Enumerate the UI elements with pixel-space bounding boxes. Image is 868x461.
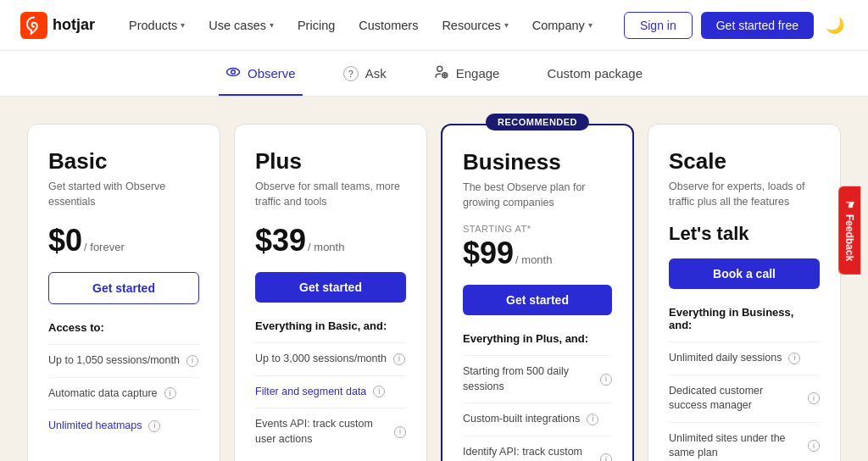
business-feature-1: Starting from 500 daily sessions i — [463, 355, 612, 403]
basic-plan-name: Basic — [48, 148, 199, 175]
feedback-tab[interactable]: ⚑ Feedback — [838, 186, 860, 275]
scale-cta-button[interactable]: Book a call — [669, 258, 820, 289]
plus-plan-name: Plus — [255, 148, 406, 175]
business-cta-button[interactable]: Get started — [463, 285, 612, 315]
business-price-row: $99 / month — [463, 236, 612, 271]
basic-price-amount: $0 — [48, 223, 82, 258]
nav-items: Products ▾ Use cases ▾ Pricing Customers… — [119, 12, 624, 39]
info-icon[interactable]: i — [186, 355, 198, 367]
plus-cta-button[interactable]: Get started — [255, 272, 406, 303]
plus-feature-3: Events API: track custom user actions i — [255, 408, 406, 455]
basic-price-row: $0 / forever — [48, 223, 199, 258]
info-icon[interactable]: i — [394, 426, 406, 438]
observe-icon — [225, 64, 241, 82]
resources-chevron-icon: ▾ — [504, 20, 509, 30]
hotjar-logo-icon — [20, 12, 47, 39]
signin-button[interactable]: Sign in — [624, 12, 693, 39]
plus-features-header: Everything in Basic, and: — [255, 319, 406, 332]
basic-cta-button[interactable]: Get started — [48, 272, 199, 304]
plus-feature-1: Up to 3,000 sessions/month i — [255, 342, 406, 375]
basic-plan-desc: Get started with Observe essentials — [48, 180, 199, 209]
business-price-amount: $99 — [463, 236, 514, 271]
basic-feature-3: Unlimited heatmaps i — [48, 409, 199, 442]
basic-feature-1: Up to 1,050 sessions/month i — [48, 344, 199, 377]
tab-custom[interactable]: Custom package — [540, 51, 649, 96]
plus-price-amount: $39 — [255, 223, 306, 258]
scale-plan-desc: Observe for experts, loads of traffic pl… — [669, 180, 820, 209]
info-icon[interactable]: i — [788, 353, 800, 364]
tab-observe[interactable]: Observe — [219, 51, 303, 96]
business-price-label: STARTING AT* — [463, 224, 612, 234]
info-icon[interactable]: i — [373, 386, 385, 397]
basic-price-period: / forever — [84, 241, 125, 253]
business-features-header: Everything in Plus, and: — [463, 332, 612, 345]
info-icon[interactable]: i — [600, 374, 612, 386]
plus-plan-desc: Observe for small teams, more traffic an… — [255, 180, 406, 209]
plus-feature-2: Filter and segment data i — [255, 375, 406, 408]
nav-products[interactable]: Products ▾ — [119, 12, 195, 39]
nav-usecases[interactable]: Use cases ▾ — [198, 12, 284, 39]
plan-plus: Plus Observe for small teams, more traff… — [234, 124, 427, 461]
plan-scale: Scale Observe for experts, loads of traf… — [648, 124, 841, 461]
engage-icon — [434, 64, 449, 82]
nav-right: Sign in Get started free 🌙 — [624, 12, 848, 39]
info-icon[interactable]: i — [393, 353, 405, 365]
tab-ask[interactable]: ? Ask — [337, 51, 393, 96]
info-icon[interactable]: i — [600, 453, 612, 461]
info-icon[interactable]: i — [808, 392, 820, 404]
logo-text: hotjar — [53, 16, 95, 34]
svg-point-3 — [437, 66, 442, 71]
business-feature-3: Identify API: track custom user attribut… — [463, 436, 612, 462]
feedback-icon: ⚑ — [843, 200, 855, 209]
info-icon[interactable]: i — [148, 420, 160, 432]
ask-icon: ? — [343, 66, 359, 81]
scale-feature-2: Dedicated customer success manager i — [669, 375, 820, 422]
scale-plan-name: Scale — [669, 148, 820, 175]
nav-customers[interactable]: Customers — [348, 12, 428, 39]
plan-basic: Basic Get started with Observe essential… — [27, 124, 220, 461]
nav-company[interactable]: Company ▾ — [522, 12, 603, 39]
info-icon[interactable]: i — [587, 414, 598, 425]
plus-price-row: $39 / month — [255, 223, 406, 258]
business-plan-desc: The best Observe plan for growing compan… — [463, 181, 612, 210]
scale-feature-1: Unlimited daily sessions i — [669, 342, 820, 375]
basic-features-header: Access to: — [48, 321, 199, 334]
nav-resources[interactable]: Resources ▾ — [431, 12, 518, 39]
business-plan-name: Business — [463, 149, 612, 175]
tab-engage[interactable]: Engage — [427, 51, 507, 96]
tabs-bar: Observe ? Ask Engage Custom package — [0, 51, 868, 97]
usecases-chevron-icon: ▾ — [270, 20, 274, 30]
info-icon[interactable]: i — [164, 387, 176, 399]
navbar: hotjar Products ▾ Use cases ▾ Pricing Cu… — [0, 0, 868, 51]
nav-pricing[interactable]: Pricing — [287, 12, 345, 39]
products-chevron-icon: ▾ — [181, 20, 185, 30]
scale-feature-3: Unlimited sites under the same plan i — [669, 422, 820, 462]
business-feature-2: Custom-built integrations i — [463, 403, 612, 436]
plan-business: RECOMMENDED Business The best Observe pl… — [441, 124, 634, 461]
plus-price-period: / month — [308, 241, 344, 253]
svg-rect-0 — [20, 12, 47, 39]
company-chevron-icon: ▾ — [588, 20, 593, 30]
recommended-badge: RECOMMENDED — [486, 114, 589, 131]
scale-features-header: Everything in Business, and: — [669, 306, 820, 331]
dark-mode-toggle[interactable]: 🌙 — [822, 13, 848, 38]
pricing-section: Basic Get started with Observe essential… — [0, 97, 868, 461]
getstarted-button[interactable]: Get started free — [701, 12, 814, 39]
svg-point-2 — [231, 70, 236, 75]
svg-point-1 — [227, 69, 240, 76]
business-price-period: / month — [515, 253, 552, 266]
info-icon[interactable]: i — [808, 440, 820, 452]
scale-price-talk: Let's talk — [669, 223, 820, 245]
basic-feature-2: Automatic data capture i — [48, 377, 199, 410]
logo[interactable]: hotjar — [20, 12, 95, 39]
